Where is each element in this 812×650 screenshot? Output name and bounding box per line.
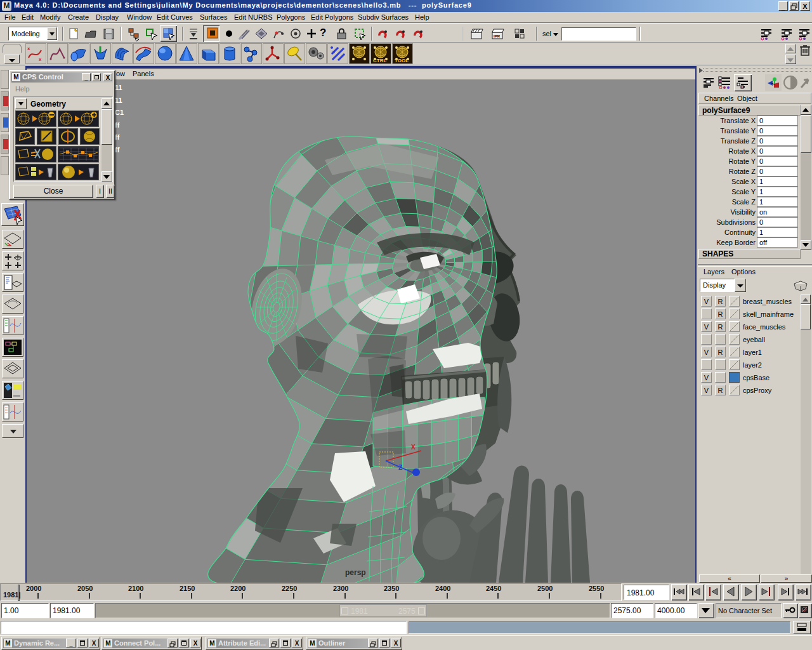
svg-text:x: x: [27, 46, 30, 51]
svg-text:X: X: [411, 444, 416, 451]
svg-text:x: x: [39, 56, 42, 62]
svg-text:CTRL: CTRL: [373, 58, 386, 63]
svg-text:persp: persp: [345, 568, 366, 577]
svg-text:Z: Z: [398, 464, 402, 471]
svg-text:TOOL: TOOL: [395, 58, 409, 63]
svg-text:IPR: IPR: [494, 34, 501, 38]
